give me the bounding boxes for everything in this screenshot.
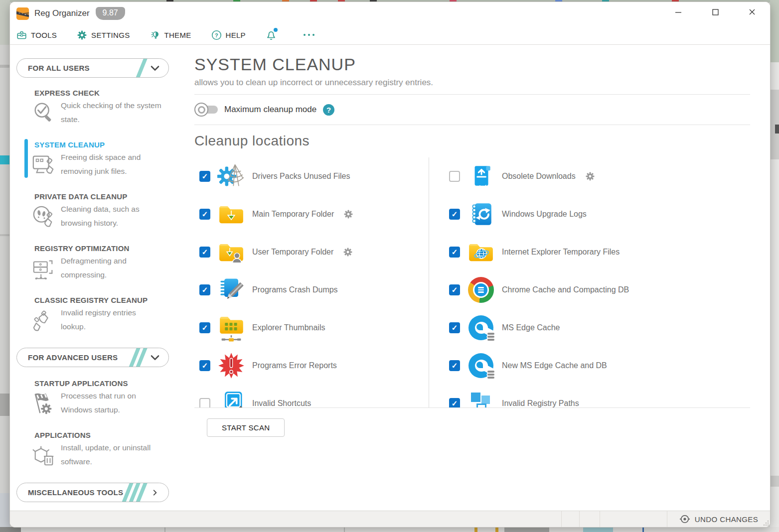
settings-gear-icon[interactable] xyxy=(343,247,353,257)
cleanup-label: Drivers Packs Unused Files xyxy=(252,172,350,181)
sidebar: FOR ALL USERS EXPRESS CHECK Quick checki… xyxy=(10,45,190,511)
chevron-right-icon xyxy=(151,490,159,496)
checkbox[interactable] xyxy=(449,284,460,295)
cleanup-label: Invalid Shortcuts xyxy=(252,399,311,408)
sidebar-item-private-data-cleanup[interactable]: PRIVATE DATA CLEANUP Cleaning data, such… xyxy=(28,192,190,231)
maximum-cleanup-toggle[interactable] xyxy=(194,104,218,115)
settings-gear-icon[interactable] xyxy=(343,209,353,219)
checkbox[interactable] xyxy=(199,322,210,333)
help-label: HELP xyxy=(226,31,246,39)
settings-gear-icon[interactable] xyxy=(585,171,595,181)
restore-point-icon xyxy=(679,514,690,525)
main-content: SYSTEM CLEANUP allows you to clean up in… xyxy=(194,45,750,511)
cleanup-row-drivers-packs: Drivers Packs Unused Files xyxy=(194,157,429,195)
group-miscellaneous-tools[interactable]: MISCELLANEOUS TOOLS xyxy=(16,483,169,502)
cleanup-row-main-temp-folder: Main Temporary Folder xyxy=(194,195,429,233)
question-icon: ? xyxy=(211,30,222,40)
background-window-bottom xyxy=(0,527,779,532)
maximize-button[interactable] xyxy=(711,8,719,16)
cleanup-row-obsolete-downloads: Obsolete Downloads xyxy=(444,157,750,195)
cleanup-label: Programs Error Reports xyxy=(252,361,337,370)
cleanup-column-left: Drivers Packs Unused Files Main Temporar… xyxy=(194,157,429,407)
help-menu[interactable]: ? HELP xyxy=(211,30,246,40)
divider xyxy=(194,125,750,125)
chevron-down-icon xyxy=(151,355,159,361)
checkbox[interactable] xyxy=(199,171,210,182)
stripe-decor xyxy=(140,58,144,78)
close-icon xyxy=(749,8,756,15)
sidebar-item-desc: Freeing disk space and removing junk fil… xyxy=(61,150,161,179)
cleanup-row-explorer-thumbnails: Explorer Thumbnails xyxy=(194,309,429,347)
checkbox[interactable] xyxy=(199,209,210,220)
start-scan-button[interactable]: START SCAN xyxy=(207,418,285,437)
more-menu[interactable] xyxy=(297,34,314,36)
help-badge-icon[interactable]: ? xyxy=(323,104,334,116)
checkbox[interactable] xyxy=(449,171,460,182)
page-subtitle: allows you to clean up incorrect or unne… xyxy=(194,78,750,88)
close-button[interactable] xyxy=(748,8,756,16)
cleanup-label: Windows Upgrade Logs xyxy=(502,210,587,219)
version-badge: 9.87 xyxy=(96,7,125,20)
window-header: Reg Organizer 9.87 xyxy=(10,2,770,45)
checkbox[interactable] xyxy=(449,247,460,258)
group-for-advanced-users[interactable]: FOR ADVANCED USERS xyxy=(16,348,169,367)
titlebar: Reg Organizer 9.87 xyxy=(10,2,770,25)
statusbar-cell xyxy=(561,511,579,527)
cleanup-row-user-temp-folder: User Temporary Folder xyxy=(194,233,429,271)
checkbox[interactable] xyxy=(449,322,460,333)
checkbox[interactable] xyxy=(199,360,210,371)
maximize-icon xyxy=(712,9,719,15)
undo-changes-button[interactable]: UNDO CHANGES xyxy=(667,511,770,527)
folder-user-icon xyxy=(217,238,246,266)
shortcut-icon xyxy=(217,389,246,408)
checkbox[interactable] xyxy=(449,398,460,408)
lightbulb-icon xyxy=(150,30,160,40)
group-for-all-users[interactable]: FOR ALL USERS xyxy=(16,58,169,78)
checkbox[interactable] xyxy=(449,360,460,371)
sidebar-item-express-check[interactable]: EXPRESS CHECK Quick checking of the syst… xyxy=(28,89,190,128)
ellipsis-icon xyxy=(304,34,314,36)
stripe-decor xyxy=(126,483,144,502)
checkbox[interactable] xyxy=(449,209,460,220)
sidebar-item-classic-registry-cleanup[interactable]: CLASSIC REGISTRY CLEANUP Invalid registr… xyxy=(28,296,190,335)
sidebar-item-system-cleanup[interactable]: SYSTEM CLEANUP Freeing disk space and re… xyxy=(28,140,190,179)
settings-menu[interactable]: SETTINGS xyxy=(77,30,130,40)
checkbox[interactable] xyxy=(199,247,210,258)
toolbar: TOOLS SETTINGS THEME ? H xyxy=(10,25,770,45)
undo-changes-label: UNDO CHANGES xyxy=(695,515,758,524)
theme-menu[interactable]: THEME xyxy=(150,30,191,40)
app-logo-icon xyxy=(16,7,29,20)
cubes-icon xyxy=(467,389,495,408)
statusbar: UNDO CHANGES xyxy=(10,511,770,527)
notification-dot xyxy=(274,28,278,32)
checkbox[interactable] xyxy=(199,398,210,408)
cleanup-label: Invalid Registry Paths xyxy=(502,399,579,408)
brooms-icon xyxy=(31,306,57,335)
sidebar-item-desc: Processes that run on Windows startup. xyxy=(61,389,161,418)
cleanup-row-new-ms-edge-cache: New MS Edge Cache and DB xyxy=(444,347,750,385)
flag-gear-icon xyxy=(31,389,57,418)
cleanup-label: Internet Explorer Temporary Files xyxy=(502,248,620,257)
settings-label: SETTINGS xyxy=(91,31,130,39)
tools-menu[interactable]: TOOLS xyxy=(16,30,57,40)
notifications-button[interactable] xyxy=(266,29,277,40)
background-window-left xyxy=(0,0,10,532)
window-controls xyxy=(674,8,756,16)
checkbox[interactable] xyxy=(199,284,210,295)
sidebar-item-applications[interactable]: APPLICATIONS Install, update, or uninsta… xyxy=(28,431,190,470)
sidebar-item-desc: Quick checking of the system state. xyxy=(61,99,161,128)
gear-web-icon xyxy=(217,162,246,191)
cleanup-label: MS Edge Cache xyxy=(502,323,560,332)
cleanup-row-error-reports: Programs Error Reports xyxy=(194,347,429,385)
sidebar-item-registry-optimization[interactable]: REGISTRY OPTIMIZATION Defragmenting and … xyxy=(28,244,190,283)
minimize-button[interactable] xyxy=(674,8,682,16)
sidebar-item-startup-applications[interactable]: STARTUP APPLICATIONS Processes that run … xyxy=(28,379,190,418)
cleanup-row-ie-temp-files: Internet Explorer Temporary Files xyxy=(444,233,750,271)
error-star-icon xyxy=(217,351,246,380)
magnifier-check-icon xyxy=(31,99,57,128)
sidebar-item-desc: Cleaning data, such as browsing history. xyxy=(61,202,161,231)
page-title: SYSTEM CLEANUP xyxy=(194,55,750,74)
resize-grip[interactable] xyxy=(764,521,769,526)
sidebar-item-desc: Install, update, or uninstall software. xyxy=(61,441,161,470)
sidebar-item-title: STARTUP APPLICATIONS xyxy=(34,379,190,388)
